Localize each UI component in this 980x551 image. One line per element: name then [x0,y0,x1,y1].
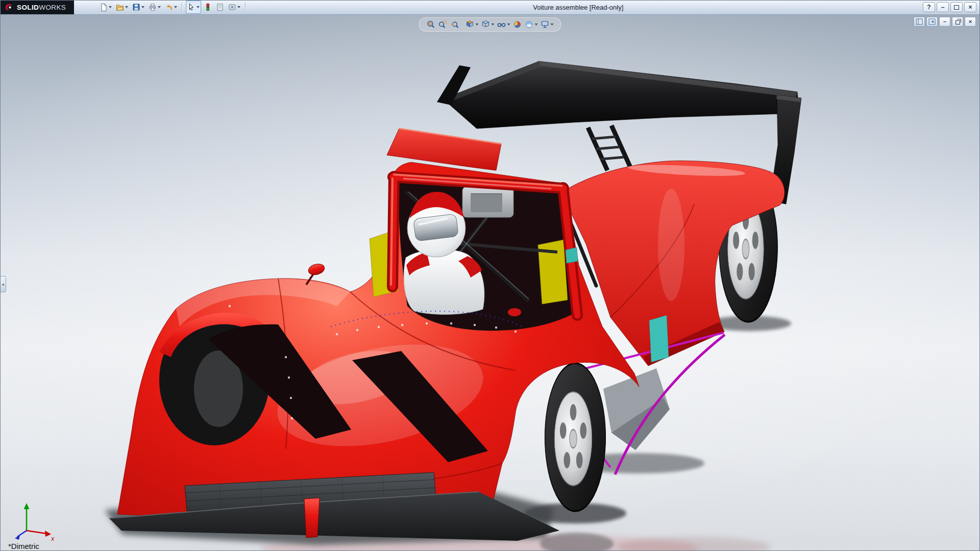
zoom-to-area-icon [438,20,448,29]
view-orientation-label: *Dimetric [8,542,39,550]
open-document-button[interactable] [114,1,130,14]
solidworks-logo: SOLIDWORKS [0,0,74,14]
view-orientation-button[interactable] [464,19,480,30]
appearance-swatch-icon [204,3,212,11]
restore-icon [955,20,960,24]
options-icon [228,3,236,11]
dropdown-caret[interactable] [197,6,200,8]
dropdown-caret[interactable] [109,6,112,8]
panel-collapse-tab[interactable]: ◂ [0,276,6,292]
graphics-viewport[interactable]: x [0,15,980,551]
hide-show-glasses-icon [497,20,506,29]
dropdown-caret[interactable] [141,6,144,8]
document-properties-button[interactable] [214,1,226,14]
apply-scene-icon [525,20,534,29]
solidworks-swirl-icon [4,3,13,12]
options-button[interactable] [227,1,242,14]
headsup-view-toolbar [419,17,561,32]
titlebar: SOLIDWORKS [0,0,980,15]
select-cursor-icon [187,3,195,11]
toolbar-separator [182,2,183,12]
brand-text: SOLIDWORKS [17,4,66,11]
close-document-button[interactable]: × [965,17,976,27]
document-properties-icon [216,3,224,11]
window-title: Voiture assemblee [Read-only] [533,0,623,14]
hide-show-items-button[interactable] [496,19,511,30]
triad-x-label: x [51,535,55,542]
pane-arrow-icon [928,18,936,25]
graphics-area[interactable]: x [0,15,980,551]
dropdown-caret[interactable] [476,23,479,26]
restore-document-button[interactable] [952,17,963,27]
select-cursor-button[interactable] [186,1,201,14]
edit-appearance-button[interactable] [512,19,523,30]
tow-pylon [304,498,320,538]
view-orientation-cube-icon [465,20,475,29]
view-settings-monitor-icon [541,20,550,29]
main-toolbar [97,1,249,14]
dropdown-caret[interactable] [535,23,538,26]
toolbar-separator [245,2,246,12]
dropdown-caret[interactable] [158,6,161,8]
save-button[interactable] [131,1,146,14]
zoom-to-area-button[interactable] [437,19,449,30]
view-settings-button[interactable] [540,19,555,30]
dropdown-caret[interactable] [174,6,177,8]
display-style-cube-icon [481,20,491,29]
appearance-swatch-button[interactable] [202,1,213,14]
undo-arrow-icon [165,3,173,11]
close-button[interactable]: × [964,2,976,12]
open-folder-icon [116,3,124,11]
dropdown-caret[interactable] [237,6,240,8]
maximize-icon [954,5,959,10]
maximize-button[interactable] [950,2,963,12]
undo-button[interactable] [163,1,179,14]
mirror-right [508,308,521,316]
save-floppy-icon [132,3,140,11]
display-pane-toggle-button[interactable] [926,17,938,27]
previous-view-button[interactable] [449,19,460,30]
edit-appearance-sphere-icon [513,20,522,29]
zoom-to-fit-button[interactable] [426,19,437,30]
dropdown-caret[interactable] [507,23,510,26]
zoom-to-fit-icon [427,20,436,29]
airbox [462,187,513,217]
dropdown-caret[interactable] [551,23,554,26]
window-controls: ? – × [923,2,980,12]
print-button[interactable] [147,1,162,14]
minimize-document-button[interactable]: – [939,17,950,27]
new-document-button[interactable] [98,1,113,14]
front-wheel[interactable] [545,363,606,511]
minimize-button[interactable]: – [937,2,949,12]
featuremanager-pane-toggle-button[interactable] [914,17,925,27]
pane-toggle-icon [916,18,923,25]
previous-view-icon [450,20,459,29]
display-style-button[interactable] [480,19,496,30]
dropdown-caret[interactable] [125,6,128,8]
apply-scene-button[interactable] [524,19,539,30]
new-document-icon [100,3,108,11]
dropdown-caret[interactable] [492,23,495,26]
document-window-controls: – × [914,17,976,27]
help-button[interactable]: ? [923,2,935,12]
print-icon [149,3,157,11]
